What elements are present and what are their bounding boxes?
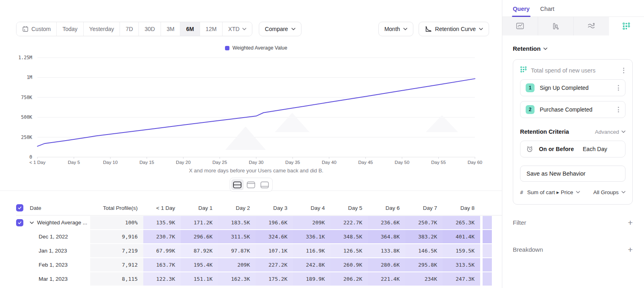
chart-type-bar-chart-icon[interactable]: [538, 17, 574, 35]
retention-value-cell-clipped: [480, 272, 492, 286]
date-label: Dec 1, 2022: [39, 234, 68, 240]
range-label: Custom: [31, 26, 51, 32]
view-toggle-split-top-icon[interactable]: [245, 179, 257, 190]
range-custom[interactable]: Custom: [17, 22, 57, 36]
retention-value-cell: 97.87K: [218, 244, 256, 257]
range-label: Yesterday: [89, 26, 114, 32]
table-cell: [16, 244, 30, 257]
retention-value-cell: 265.3K: [443, 216, 480, 229]
range-3m[interactable]: 3M: [161, 22, 180, 36]
retention-value-cell: 260.9K: [330, 258, 368, 271]
compare-button[interactable]: Compare: [259, 22, 301, 36]
retention-value-cell: 135.9K: [143, 216, 181, 229]
svg-text:1.25M: 1.25M: [18, 55, 32, 60]
column-header: Day 5: [330, 205, 368, 211]
kebab-menu-icon[interactable]: [617, 106, 620, 114]
svg-text:Day 30: Day 30: [249, 160, 263, 165]
group-dropdown[interactable]: All Groups: [593, 189, 625, 195]
svg-text:Day 55: Day 55: [431, 160, 446, 165]
column-header: Day 2: [218, 205, 256, 211]
range-30d[interactable]: 30D: [139, 22, 161, 36]
tab-query[interactable]: Query: [513, 6, 530, 17]
total-profiles-cell: 8,115: [90, 272, 143, 286]
save-behavior-button[interactable]: Save as New Behavior: [520, 166, 625, 182]
table-cell: [16, 258, 30, 271]
add-filter-button[interactable]: +: [628, 218, 633, 227]
add-breakdown-button[interactable]: +: [628, 245, 633, 254]
behavior-step[interactable]: 1Sign Up Completed: [520, 79, 625, 96]
measure-property-dropdown[interactable]: Sum of cart ▸ Price: [527, 189, 580, 195]
retention-value-cell: 234K: [405, 272, 443, 286]
tab-chart[interactable]: Chart: [540, 6, 554, 17]
svg-text:750K: 750K: [21, 95, 32, 100]
table-cell: [16, 216, 30, 229]
granularity-button[interactable]: Month: [378, 22, 413, 36]
table-row[interactable]: Weighted Average ...100%135.9K171.2K183.…: [16, 215, 502, 230]
retention-value-cell: 227.2K: [256, 258, 293, 271]
range-xtd[interactable]: XTD: [223, 22, 252, 36]
table-row[interactable]: Feb 1, 20237,912163.7K195.4K209K227.2K24…: [16, 258, 502, 272]
total-profiles-cell: 7,912: [90, 258, 143, 271]
range-6m[interactable]: 6M: [180, 22, 200, 36]
table-row[interactable]: Mar 1, 20238,115122.3K151.1K162.3K175.2K…: [16, 272, 502, 286]
table-row[interactable]: Dec 1, 20229,916230.7K296.6K311.5K324.6K…: [16, 230, 502, 244]
retention-value-cell: 163.7K: [143, 258, 181, 271]
view-toggle-split-bottom-icon[interactable]: [258, 179, 271, 190]
kebab-menu-icon[interactable]: [617, 84, 620, 92]
svg-text:Day 20: Day 20: [176, 160, 190, 165]
retention-value-cell: 183.5K: [218, 216, 256, 229]
retention-value-cell: 133.8K: [368, 244, 405, 257]
row-checkbox[interactable]: [16, 219, 23, 226]
chart-type-flow-chart-icon[interactable]: [574, 17, 609, 35]
chevron-down-icon: [242, 28, 246, 30]
number-property-icon: #: [520, 189, 523, 195]
view-toggle-split-middle-icon[interactable]: [231, 179, 244, 190]
chevron-down-icon: [621, 191, 625, 193]
range-label: Today: [62, 26, 77, 32]
kebab-menu-icon[interactable]: [622, 66, 625, 75]
retention-value-cell: 336.1K: [293, 230, 330, 243]
retention-table: DateTotal Profile(s)< 1 DayDay 1Day 2Day…: [0, 201, 502, 286]
retention-value-cell: 221.4K: [368, 272, 405, 286]
criteria-mode-dropdown[interactable]: Advanced: [595, 129, 625, 135]
chart-style-button[interactable]: Retention Curve: [419, 22, 489, 36]
range-yesterday[interactable]: Yesterday: [84, 22, 120, 36]
retention-value-cell: 364.8K: [368, 230, 405, 243]
compare-label: Compare: [265, 26, 288, 32]
svg-text:Day 40: Day 40: [322, 160, 336, 165]
range-label: 7D: [126, 26, 133, 32]
app: CustomTodayYesterday7D30D3M6M12MXTD Comp…: [0, 0, 644, 288]
retention-value-cell: 295.8K: [405, 258, 443, 271]
range-today[interactable]: Today: [57, 22, 83, 36]
retention-value-cell: 348.5K: [330, 230, 368, 243]
retention-section-header[interactable]: Retention: [513, 45, 633, 52]
range-7d[interactable]: 7D: [120, 22, 139, 36]
retention-value-cell: 151.1K: [181, 272, 218, 286]
chart-type-line-chart-icon[interactable]: [502, 17, 538, 35]
retention-value-cell-clipped: [480, 244, 492, 257]
retention-value-cell: 236.6K: [368, 216, 405, 229]
behavior-step[interactable]: 2Purchase Completed: [520, 101, 625, 118]
chevron-down-icon[interactable]: [30, 222, 34, 224]
table-body: Weighted Average ...100%135.9K171.2K183.…: [16, 215, 502, 286]
chart-style-label: Retention Curve: [435, 26, 476, 32]
retention-value-cell: 401.4K: [443, 230, 480, 243]
svg-text:< 1 Day: < 1 Day: [29, 160, 45, 165]
retention-value-cell: 67.99K: [143, 244, 181, 257]
total-profiles-cell: 7,219: [90, 244, 143, 257]
retention-criteria-row: Retention Criteria Advanced: [520, 128, 625, 135]
retention-value-cell-clipped: [480, 258, 492, 271]
retention-value-cell: 247.3K: [443, 272, 480, 286]
chart-type-retention-grid-icon[interactable]: [609, 17, 644, 35]
retention-value-cell: 206.2K: [330, 272, 368, 286]
date-label: Mar 1, 2023: [39, 276, 68, 282]
svg-text:1M: 1M: [27, 75, 32, 80]
retention-value-cell: 209K: [218, 258, 256, 271]
criteria-window-card[interactable]: On or Before Each Day: [520, 141, 625, 157]
range-label: 3M: [167, 26, 174, 32]
retention-value-cell: 196.6K: [256, 216, 293, 229]
table-row[interactable]: Jan 1, 20237,21967.99K87.92K97.87K107.1K…: [16, 244, 502, 258]
range-12m[interactable]: 12M: [200, 22, 223, 36]
select-all-checkbox[interactable]: [16, 204, 23, 211]
retention-value-cell: 222.7K: [330, 216, 368, 229]
